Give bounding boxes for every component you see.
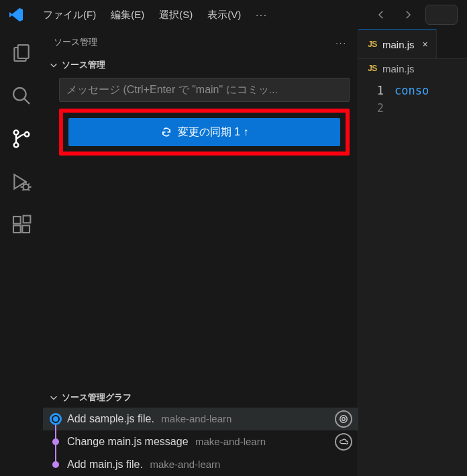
commit-graph-list: Add sample.js file. make-and-learn Chang bbox=[43, 408, 358, 476]
cloud-icon[interactable] bbox=[335, 433, 352, 451]
source-control-panel: ソース管理 ··· ソース管理 変更の同期 1 ↑ bbox=[43, 29, 358, 476]
vscode-logo-icon bbox=[8, 7, 24, 23]
svg-rect-9 bbox=[23, 216, 31, 223]
graph-section-title: ソース管理グラフ bbox=[62, 392, 132, 404]
svg-point-10 bbox=[340, 416, 348, 423]
scm-section-header[interactable]: ソース管理 bbox=[43, 55, 358, 75]
commit-row[interactable]: Change main.js message make-and-learn bbox=[43, 430, 358, 453]
target-icon[interactable] bbox=[335, 410, 352, 428]
commit-row[interactable]: Add sample.js file. make-and-learn bbox=[43, 408, 358, 430]
extensions-icon[interactable] bbox=[7, 211, 36, 239]
breadcrumb-label: main.js bbox=[382, 63, 415, 74]
close-tab-icon[interactable]: × bbox=[419, 39, 432, 50]
nav-area bbox=[372, 5, 462, 25]
nav-forward-icon[interactable] bbox=[399, 5, 417, 24]
commit-author: make-and-learn bbox=[195, 436, 266, 447]
menu-edit[interactable]: 編集(E) bbox=[104, 5, 151, 25]
code-editor[interactable]: 1 2 conso bbox=[358, 78, 467, 476]
command-center-search[interactable] bbox=[425, 5, 458, 25]
run-debug-icon[interactable] bbox=[7, 168, 36, 196]
svg-rect-8 bbox=[22, 225, 30, 233]
commit-message-input[interactable] bbox=[59, 78, 350, 102]
code-token: conso bbox=[395, 84, 429, 97]
javascript-file-icon: JS bbox=[366, 62, 378, 74]
graph-node bbox=[46, 453, 66, 476]
title-bar: ファイル(F) 編集(E) 選択(S) 表示(V) ··· bbox=[0, 0, 467, 29]
menu-more[interactable]: ··· bbox=[249, 5, 274, 24]
svg-point-1 bbox=[13, 88, 26, 101]
commit-author: make-and-learn bbox=[161, 413, 231, 424]
panel-title: ソース管理 bbox=[54, 36, 97, 48]
chevron-down-icon bbox=[48, 392, 59, 403]
svg-rect-7 bbox=[13, 225, 21, 233]
editor-area: JS main.js × JS main.js 1 2 conso bbox=[358, 29, 467, 476]
activity-bar bbox=[0, 29, 43, 476]
graph-section-header[interactable]: ソース管理グラフ bbox=[43, 388, 358, 408]
menu-select[interactable]: 選択(S) bbox=[152, 5, 199, 25]
commit-message: Change main.js message bbox=[67, 436, 189, 447]
commit-row[interactable]: Add main.js file. make-and-learn bbox=[43, 453, 358, 476]
svg-point-2 bbox=[14, 130, 19, 135]
sync-icon bbox=[160, 126, 172, 138]
svg-point-11 bbox=[342, 418, 345, 420]
svg-rect-6 bbox=[13, 217, 21, 224]
explorer-icon[interactable] bbox=[7, 39, 36, 67]
source-control-icon[interactable] bbox=[7, 125, 36, 153]
commit-message: Add sample.js file. bbox=[67, 413, 154, 424]
line-gutter: 1 2 bbox=[358, 78, 391, 476]
breadcrumb[interactable]: JS main.js bbox=[358, 59, 467, 78]
menu-bar: ファイル(F) 編集(E) 選択(S) 表示(V) ··· bbox=[36, 5, 274, 25]
tab-label: main.js bbox=[382, 39, 415, 50]
panel-more-icon[interactable]: ··· bbox=[335, 38, 347, 48]
commit-author: make-and-learn bbox=[150, 459, 220, 470]
scm-section-title: ソース管理 bbox=[62, 59, 105, 71]
highlight-annotation: 変更の同期 1 ↑ bbox=[59, 109, 350, 156]
nav-back-icon[interactable] bbox=[372, 5, 391, 24]
svg-point-3 bbox=[14, 143, 19, 147]
code-content[interactable]: conso bbox=[391, 78, 467, 476]
svg-rect-0 bbox=[18, 45, 29, 58]
menu-file[interactable]: ファイル(F) bbox=[36, 5, 103, 25]
svg-point-4 bbox=[25, 132, 30, 137]
javascript-file-icon: JS bbox=[366, 38, 378, 50]
search-icon[interactable] bbox=[7, 82, 36, 110]
sync-changes-button[interactable]: 変更の同期 1 ↑ bbox=[68, 118, 340, 146]
tab-main-js[interactable]: JS main.js × bbox=[358, 29, 437, 58]
commit-message: Add main.js file. bbox=[67, 459, 143, 470]
sync-button-label: 変更の同期 1 ↑ bbox=[178, 125, 249, 139]
editor-tabbar: JS main.js × bbox=[358, 29, 467, 59]
menu-view[interactable]: 表示(V) bbox=[201, 5, 248, 25]
chevron-down-icon bbox=[48, 60, 59, 70]
panel-header: ソース管理 ··· bbox=[43, 29, 358, 55]
